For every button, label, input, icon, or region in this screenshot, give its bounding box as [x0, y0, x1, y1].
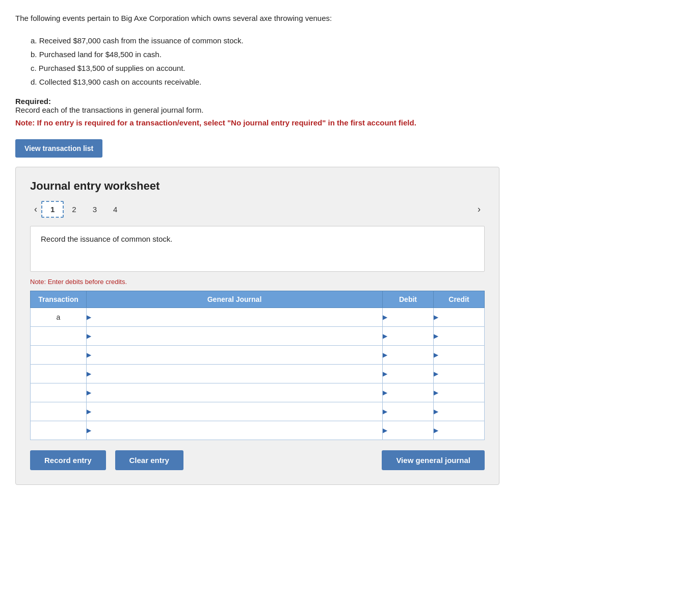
row-arrow-icon: ▶: [87, 427, 91, 434]
tab-2[interactable]: 2: [64, 202, 84, 217]
debit-arrow-icon: ▶: [383, 370, 387, 377]
events-list: a. Received $87,000 cash from the issuan…: [31, 34, 672, 89]
row-arrow-icon: ▶: [87, 351, 91, 358]
table-row: ▶▶▶: [31, 364, 485, 383]
row-arrow-icon: ▶: [87, 389, 91, 396]
general-journal-input[interactable]: [93, 308, 382, 326]
credit-cell[interactable]: ▶: [434, 383, 485, 402]
tab-next-arrow[interactable]: ›: [473, 202, 485, 217]
debit-input[interactable]: [389, 365, 433, 383]
col-credit: Credit: [434, 291, 485, 307]
transaction-cell: [31, 345, 87, 364]
table-row: ▶▶▶: [31, 402, 485, 421]
credit-input[interactable]: [440, 365, 484, 383]
debit-cell[interactable]: ▶: [383, 345, 434, 364]
table-row: a▶▶▶: [31, 307, 485, 326]
debit-cell[interactable]: ▶: [383, 326, 434, 345]
credit-cell[interactable]: ▶: [434, 307, 485, 326]
description-text: Record the issuance of common stock.: [41, 235, 172, 243]
debit-input[interactable]: [389, 421, 433, 440]
table-row: ▶▶▶: [31, 345, 485, 364]
credit-input[interactable]: [440, 346, 484, 364]
debit-input[interactable]: [389, 346, 433, 364]
tab-3[interactable]: 3: [85, 202, 105, 217]
transaction-cell: [31, 326, 87, 345]
debit-input[interactable]: [389, 402, 433, 421]
transaction-cell: [31, 383, 87, 402]
credit-cell[interactable]: ▶: [434, 345, 485, 364]
general-journal-input[interactable]: [93, 421, 382, 440]
event-d: d. Collected $13,900 cash on accounts re…: [31, 75, 672, 89]
general-journal-input[interactable]: [93, 402, 382, 421]
button-row: Record entry Clear entry View general jo…: [30, 450, 485, 470]
general-journal-cell[interactable]: ▶: [87, 421, 383, 440]
credit-cell[interactable]: ▶: [434, 326, 485, 345]
general-journal-input[interactable]: [93, 365, 382, 383]
general-journal-cell[interactable]: ▶: [87, 345, 383, 364]
transaction-cell: a: [31, 307, 87, 326]
debit-arrow-icon: ▶: [383, 389, 387, 396]
debit-input[interactable]: [389, 327, 433, 345]
debit-arrow-icon: ▶: [383, 332, 387, 340]
view-general-journal-button[interactable]: View general journal: [382, 450, 485, 470]
required-section: Required: Record each of the transaction…: [15, 97, 672, 114]
general-journal-cell[interactable]: ▶: [87, 383, 383, 402]
debit-input[interactable]: [389, 383, 433, 402]
credit-cell[interactable]: ▶: [434, 402, 485, 421]
debit-cell[interactable]: ▶: [383, 383, 434, 402]
credit-arrow-icon: ▶: [434, 351, 438, 358]
transaction-cell: [31, 364, 87, 383]
tab-1[interactable]: 1: [41, 201, 64, 218]
credit-cell[interactable]: ▶: [434, 364, 485, 383]
row-arrow-icon: ▶: [87, 314, 91, 321]
record-entry-button[interactable]: Record entry: [30, 450, 106, 470]
credit-input[interactable]: [440, 383, 484, 402]
debit-arrow-icon: ▶: [383, 314, 387, 321]
table-row: ▶▶▶: [31, 421, 485, 440]
table-row: ▶▶▶: [31, 383, 485, 402]
general-journal-input[interactable]: [93, 327, 382, 345]
general-journal-input[interactable]: [93, 383, 382, 402]
debit-cell[interactable]: ▶: [383, 307, 434, 326]
row-arrow-icon: ▶: [87, 332, 91, 340]
debit-cell[interactable]: ▶: [383, 421, 434, 440]
credit-input[interactable]: [440, 327, 484, 345]
note-red: Note: If no entry is required for a tran…: [15, 117, 672, 129]
debit-cell[interactable]: ▶: [383, 402, 434, 421]
col-general-journal: General Journal: [87, 291, 383, 307]
transaction-description: Record the issuance of common stock.: [30, 226, 485, 272]
clear-entry-button[interactable]: Clear entry: [115, 450, 183, 470]
transaction-cell: [31, 402, 87, 421]
general-journal-cell[interactable]: ▶: [87, 307, 383, 326]
credit-arrow-icon: ▶: [434, 408, 438, 415]
debit-arrow-icon: ▶: [383, 427, 387, 434]
row-arrow-icon: ▶: [87, 408, 91, 415]
debit-input[interactable]: [389, 308, 433, 326]
event-a: a. Received $87,000 cash from the issuan…: [31, 34, 672, 47]
required-label: Required:: [15, 97, 672, 106]
col-debit: Debit: [383, 291, 434, 307]
tab-navigation: ‹ 1 2 3 4 ›: [30, 201, 485, 218]
worksheet-title: Journal entry worksheet: [30, 179, 485, 193]
general-journal-cell[interactable]: ▶: [87, 402, 383, 421]
intro-paragraph: The following events pertain to Big Axe …: [15, 12, 672, 24]
event-c: c. Purchased $13,500 of supplies on acco…: [31, 61, 672, 75]
tab-prev-arrow[interactable]: ‹: [30, 202, 41, 217]
debit-arrow-icon: ▶: [383, 351, 387, 358]
tab-4[interactable]: 4: [105, 202, 125, 217]
col-transaction: Transaction: [31, 291, 87, 307]
credit-input[interactable]: [440, 308, 484, 326]
credit-arrow-icon: ▶: [434, 427, 438, 434]
note-debits: Note: Enter debits before credits.: [30, 278, 485, 286]
general-journal-cell[interactable]: ▶: [87, 326, 383, 345]
credit-arrow-icon: ▶: [434, 332, 438, 340]
credit-input[interactable]: [440, 402, 484, 421]
general-journal-cell[interactable]: ▶: [87, 364, 383, 383]
credit-input[interactable]: [440, 421, 484, 440]
credit-cell[interactable]: ▶: [434, 421, 485, 440]
debit-cell[interactable]: ▶: [383, 364, 434, 383]
required-text: Record each of the transactions in gener…: [15, 106, 672, 114]
general-journal-input[interactable]: [93, 346, 382, 364]
view-transaction-button[interactable]: View transaction list: [15, 139, 102, 158]
debit-arrow-icon: ▶: [383, 408, 387, 415]
